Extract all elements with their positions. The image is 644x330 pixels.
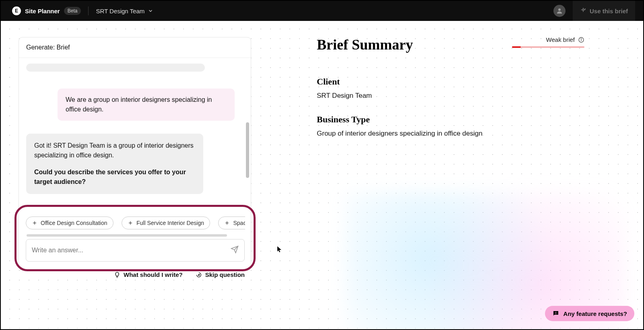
plus-icon bbox=[224, 220, 230, 226]
what-should-i-write-button[interactable]: What should I write? bbox=[114, 271, 183, 278]
summary-section-business-type: Business Type Group of interior designer… bbox=[317, 114, 584, 138]
suggestion-chips-row: Office Design Consultation Full Service … bbox=[26, 217, 245, 229]
send-button[interactable] bbox=[231, 245, 239, 255]
app-title: Site Planner bbox=[25, 8, 60, 14]
chip-label: Office Design Consultation bbox=[41, 220, 107, 226]
feedback-button[interactable]: Any feature requests? bbox=[545, 306, 634, 321]
chevron-down-icon bbox=[148, 8, 153, 14]
brief-summary: Brief Summary Weak brief Client SRT Desi… bbox=[317, 36, 584, 138]
summary-section-value: Group of interior designers specializing… bbox=[317, 130, 584, 138]
strength-bar-fill bbox=[512, 46, 521, 48]
sparkle-icon bbox=[580, 8, 586, 14]
helper-label: Skip question bbox=[205, 271, 245, 278]
helper-links: What should I write? Skip question bbox=[26, 271, 245, 278]
answer-input-wrap bbox=[26, 239, 245, 262]
team-selector[interactable]: SRT Design Team bbox=[96, 8, 153, 14]
brief-strength-label: Weak brief bbox=[546, 36, 575, 43]
bot-message: Got it! SRT Design Team is a group of in… bbox=[26, 134, 203, 194]
summary-title: Brief Summary bbox=[317, 36, 413, 53]
lightbulb-icon bbox=[114, 272, 120, 278]
header-divider bbox=[88, 6, 89, 15]
app-header: E Site Planner Beta SRT Design Team Use … bbox=[1, 1, 643, 21]
chat-message-truncated bbox=[26, 64, 205, 72]
svg-point-1 bbox=[585, 9, 585, 9]
svg-rect-11 bbox=[555, 312, 556, 313]
main-canvas: Generate: Brief We are a group on interi… bbox=[2, 21, 642, 328]
skip-question-button[interactable]: Skip question bbox=[196, 271, 245, 278]
plus-icon bbox=[32, 220, 37, 226]
chip-label: Full Service Interior Design bbox=[136, 220, 204, 226]
answer-input[interactable] bbox=[32, 247, 231, 254]
chat-body: We are a group on interior designers spe… bbox=[19, 58, 251, 270]
feedback-label: Any feature requests? bbox=[564, 310, 627, 317]
chips-scrollbar[interactable] bbox=[27, 234, 227, 237]
summary-section-client: Client SRT Design Team bbox=[317, 76, 584, 100]
brief-strength-meter: Weak brief bbox=[512, 36, 584, 48]
team-name: SRT Design Team bbox=[96, 8, 144, 14]
summary-section-value: SRT Design Team bbox=[317, 92, 584, 100]
svg-rect-12 bbox=[555, 314, 556, 314]
summary-section-label: Client bbox=[317, 76, 584, 87]
use-brief-button[interactable]: Use this brief bbox=[573, 1, 635, 21]
chat-bubble-icon bbox=[552, 310, 559, 317]
strength-bar bbox=[512, 46, 584, 48]
info-icon[interactable] bbox=[578, 37, 584, 43]
plus-icon bbox=[128, 220, 133, 226]
svg-point-0 bbox=[558, 8, 561, 11]
summary-section-label: Business Type bbox=[317, 114, 584, 125]
use-brief-label: Use this brief bbox=[590, 8, 628, 14]
person-icon bbox=[556, 7, 563, 14]
bot-question-text: Could you describe the services you offe… bbox=[34, 167, 195, 187]
app-logo: E bbox=[12, 6, 21, 15]
suggestion-chip[interactable]: Space Pla bbox=[218, 217, 245, 229]
helper-label: What should I write? bbox=[124, 271, 183, 278]
panel-title: Generate: Brief bbox=[19, 37, 251, 58]
mouse-cursor bbox=[277, 246, 282, 254]
user-message: We are a group on interior designers spe… bbox=[58, 89, 235, 121]
beta-badge: Beta bbox=[64, 7, 81, 15]
suggestion-chip[interactable]: Office Design Consultation bbox=[26, 217, 114, 229]
svg-point-10 bbox=[581, 38, 581, 39]
user-avatar[interactable] bbox=[553, 5, 566, 17]
suggestion-chip[interactable]: Full Service Interior Design bbox=[122, 217, 210, 229]
bot-ack-text: Got it! SRT Design Team is a group of in… bbox=[34, 141, 195, 160]
send-icon bbox=[231, 245, 239, 254]
chip-label: Space Pla bbox=[233, 220, 245, 226]
chat-scrollbar[interactable] bbox=[246, 122, 249, 178]
skip-icon bbox=[196, 272, 202, 278]
